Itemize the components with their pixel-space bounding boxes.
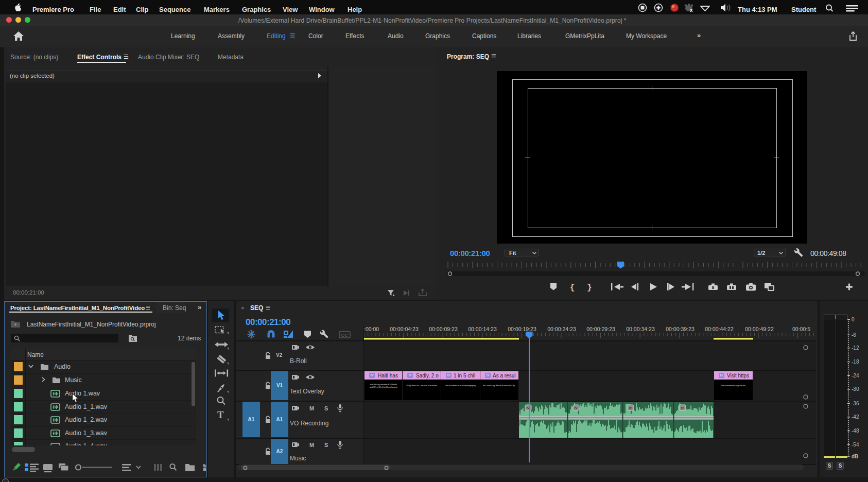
svg-text:Sadly, those of it - because i: Sadly, those of it - because it are nati… — [406, 385, 437, 387]
svg-text:00:00:24:23: 00:00:24:23 — [547, 326, 576, 332]
svg-text:fx: fx — [629, 406, 632, 410]
svg-text:00:00:14:23: 00:00:14:23 — [468, 326, 497, 332]
svg-text:T: T — [217, 409, 224, 420]
svg-text:00:00:29:23: 00:00:29:23 — [586, 326, 615, 332]
svg-text:dB: dB — [852, 454, 858, 459]
svg-text:-42: -42 — [852, 414, 859, 420]
svg-text:CC: CC — [341, 332, 349, 338]
svg-text:00:00:39:23: 00:00:39:23 — [666, 326, 695, 332]
svg-text:-36: -36 — [852, 401, 859, 406]
svg-text:{: { — [570, 283, 575, 292]
svg-text:-48: -48 — [852, 428, 859, 434]
svg-text:x: x — [690, 7, 693, 13]
svg-text:As a result, any difficult of: As a result, any difficult of resources?… — [483, 385, 514, 387]
svg-text:fx: fx — [681, 406, 684, 410]
svg-text:and GPs of 10 of the(illness): and GPs of 10 of the(illness) priority — [370, 386, 397, 388]
svg-text:-54: -54 — [852, 442, 859, 447]
svg-text:-24: -24 — [852, 373, 859, 378]
svg-text:}: } — [587, 283, 592, 292]
svg-text:-18: -18 — [852, 359, 859, 365]
svg-text:-30: -30 — [852, 386, 859, 392]
svg-text:00:00:44:22: 00:00:44:22 — [705, 326, 734, 332]
svg-text:0: 0 — [852, 317, 855, 322]
svg-text:One in children as no voluntee: One in children as no volunteer/groping — [445, 385, 475, 387]
svg-text:Visit ourfoundation page for i: Visit ourfoundation page for info — [721, 385, 745, 387]
svg-text:00:00:04:23: 00:00:04:23 — [390, 326, 419, 332]
svg-text:00:00:49:22: 00:00:49:22 — [745, 326, 774, 332]
svg-text:fx: fx — [575, 406, 578, 410]
svg-text::00:00: :00:00 — [364, 326, 379, 332]
svg-text:00:00:09:23: 00:00:09:23 — [429, 326, 458, 332]
svg-text:-12: -12 — [852, 345, 859, 351]
svg-text:00:00:34:23: 00:00:34:23 — [626, 326, 655, 332]
svg-text:had little reg awarded off 10: had little reg awarded off 10 health — [370, 384, 397, 386]
svg-text:00:00:5: 00:00:5 — [792, 326, 810, 332]
svg-text:-6: -6 — [852, 332, 856, 338]
